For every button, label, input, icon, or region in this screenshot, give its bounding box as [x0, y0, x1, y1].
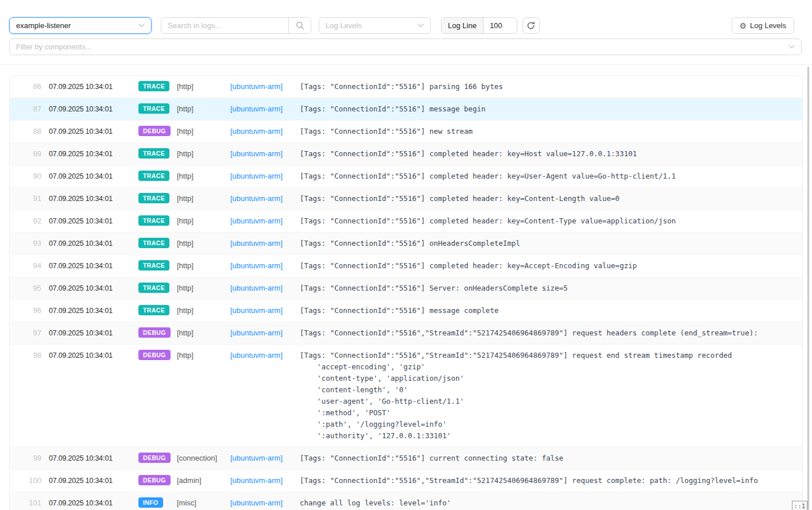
refresh-button[interactable] — [523, 17, 540, 34]
row-node-link[interactable]: [ubuntuvm-arm] — [230, 238, 300, 249]
row-node-link[interactable]: [ubuntuvm-arm] — [230, 350, 300, 361]
row-number: 95 — [10, 283, 49, 294]
row-message: [Tags: "ConnectionId":"5516"] current co… — [300, 453, 802, 464]
row-node-link[interactable]: [ubuntuvm-arm] — [230, 283, 300, 294]
log-row[interactable]: 101 07.09.2025 10:34:01 INFO [misc] [ubu… — [10, 492, 802, 510]
row-component: [http] — [177, 238, 230, 249]
row-timestamp: 07.09.2025 10:34:01 — [49, 215, 138, 227]
log-row[interactable]: 96 07.09.2025 10:34:01 TRACE [http] [ubu… — [10, 300, 802, 322]
row-node-link[interactable]: [ubuntuvm-arm] — [230, 453, 300, 464]
row-message: [Tags: "ConnectionId":"5516"] completed … — [300, 260, 802, 272]
toolbar-row-1: example-listener Log Levels Log Line ⚙ L… — [9, 17, 802, 34]
row-component: [http] — [177, 283, 230, 294]
log-row[interactable]: 93 07.09.2025 10:34:01 TRACE [http] [ubu… — [10, 233, 802, 255]
log-row[interactable]: 94 07.09.2025 10:34:01 TRACE [http] [ubu… — [10, 255, 802, 277]
log-row[interactable]: 95 07.09.2025 10:34:01 TRACE [http] [ubu… — [10, 277, 802, 300]
listener-select[interactable]: example-listener — [9, 17, 152, 34]
log-row[interactable]: 88 07.09.2025 10:34:01 DEBUG [http] [ubu… — [10, 121, 802, 143]
row-node-link[interactable]: [ubuntuvm-arm] — [230, 148, 300, 160]
chevron-down-icon — [417, 24, 424, 28]
row-component: [http] — [177, 193, 230, 204]
row-number: 93 — [10, 238, 49, 249]
level-badge: TRACE — [138, 283, 169, 293]
log-row[interactable]: 89 07.09.2025 10:34:01 TRACE [http] [ubu… — [10, 143, 802, 165]
search-button[interactable] — [288, 18, 311, 33]
row-component: [http] — [177, 126, 230, 137]
log-row[interactable]: 97 07.09.2025 10:34:01 DEBUG [http] [ubu… — [10, 322, 802, 345]
row-node-link[interactable]: [ubuntuvm-arm] — [230, 171, 300, 182]
row-number: 96 — [10, 305, 49, 316]
row-component: [http] — [177, 103, 230, 115]
row-timestamp: 07.09.2025 10:34:01 — [49, 453, 138, 464]
components-filter-select[interactable]: Filter by components... — [9, 38, 802, 55]
row-node-link[interactable]: [ubuntuvm-arm] — [230, 305, 300, 316]
row-component: [http] — [177, 148, 230, 160]
toolbar: example-listener Log Levels Log Line ⚙ L… — [0, 0, 812, 55]
log-row[interactable]: 87 07.09.2025 10:34:01 TRACE [http] [ubu… — [10, 98, 802, 121]
row-level: TRACE — [138, 193, 177, 204]
row-component: [http] — [177, 215, 230, 227]
row-node-link[interactable]: [ubuntuvm-arm] — [230, 260, 300, 272]
row-number: 98 — [10, 350, 49, 361]
level-badge: INFO — [138, 497, 163, 508]
row-node-link[interactable]: [ubuntuvm-arm] — [230, 81, 300, 92]
level-badge: DEBUG — [138, 475, 171, 485]
log-row[interactable]: 86 07.09.2025 10:34:01 TRACE [http] [ubu… — [10, 76, 802, 98]
level-badge: DEBUG — [138, 126, 171, 136]
level-badge: DEBUG — [138, 350, 171, 360]
row-level: TRACE — [138, 103, 177, 115]
log-row[interactable]: 90 07.09.2025 10:34:01 TRACE [http] [ubu… — [10, 165, 802, 188]
level-badge: DEBUG — [138, 327, 171, 338]
row-timestamp: 07.09.2025 10:34:01 — [49, 148, 138, 160]
scrollbar[interactable] — [807, 67, 809, 510]
row-message: [Tags: "ConnectionId":"5516"] completed … — [300, 171, 802, 182]
log-levels-select-placeholder: Log Levels — [326, 21, 362, 30]
row-node-link[interactable]: [ubuntuvm-arm] — [230, 103, 300, 115]
row-level: DEBUG — [138, 453, 177, 464]
row-message: [Tags: "ConnectionId":"5516"] parsing 16… — [300, 81, 802, 92]
row-component: [http] — [177, 350, 230, 361]
row-component: [http] — [177, 305, 230, 316]
row-timestamp: 07.09.2025 10:34:01 — [49, 193, 138, 204]
row-component: [http] — [177, 81, 230, 92]
row-node-link[interactable]: [ubuntuvm-arm] — [230, 215, 300, 227]
row-timestamp: 07.09.2025 10:34:01 — [49, 238, 138, 249]
row-node-link[interactable]: [ubuntuvm-arm] — [230, 126, 300, 137]
level-badge: DEBUG — [138, 453, 171, 463]
row-component: [connection] — [177, 453, 230, 464]
refresh-icon — [527, 21, 535, 30]
row-timestamp: 07.09.2025 10:34:01 — [49, 260, 138, 272]
row-timestamp: 07.09.2025 10:34:01 — [49, 126, 138, 137]
level-badge: TRACE — [138, 103, 169, 114]
level-badge: TRACE — [138, 260, 169, 271]
log-row[interactable]: 92 07.09.2025 10:34:01 TRACE [http] [ubu… — [10, 210, 802, 233]
log-line-group: Log Line — [441, 17, 517, 34]
listener-select-value: example-listener — [16, 21, 71, 30]
row-timestamp: 07.09.2025 10:34:01 — [49, 497, 138, 509]
log-levels-button[interactable]: ⚙ Log Levels — [732, 17, 794, 34]
row-number: 88 — [10, 126, 49, 137]
row-node-link[interactable]: [ubuntuvm-arm] — [230, 193, 300, 204]
row-number: 91 — [10, 193, 49, 204]
row-timestamp: 07.09.2025 10:34:01 — [49, 81, 138, 92]
row-message: [Tags: "ConnectionId":"5516"] message be… — [300, 103, 802, 115]
components-filter-placeholder: Filter by components... — [16, 42, 92, 51]
log-row[interactable]: 99 07.09.2025 10:34:01 DEBUG [connection… — [10, 447, 802, 470]
log-levels-button-label: Log Levels — [750, 21, 786, 30]
log-row[interactable]: 98 07.09.2025 10:34:01 DEBUG [http] [ubu… — [10, 345, 802, 447]
row-node-link[interactable]: [ubuntuvm-arm] — [230, 497, 300, 509]
log-line-input[interactable] — [484, 21, 517, 30]
search-input[interactable] — [161, 18, 288, 33]
row-message: [Tags: "ConnectionId":"5516","StreamId":… — [300, 350, 802, 442]
corner-badge: ::1 — [792, 501, 807, 510]
log-row[interactable]: 100 07.09.2025 10:34:01 DEBUG [admin] [u… — [10, 470, 802, 492]
row-level: DEBUG — [138, 126, 177, 137]
log-levels-select[interactable]: Log Levels — [319, 17, 431, 34]
row-component: [admin] — [177, 475, 230, 486]
row-node-link[interactable]: [ubuntuvm-arm] — [230, 475, 300, 486]
row-number: 89 — [10, 148, 49, 160]
row-node-link[interactable]: [ubuntuvm-arm] — [230, 327, 300, 339]
log-row[interactable]: 91 07.09.2025 10:34:01 TRACE [http] [ubu… — [10, 188, 802, 210]
row-number: 101 — [10, 497, 49, 509]
level-badge: TRACE — [138, 148, 169, 159]
